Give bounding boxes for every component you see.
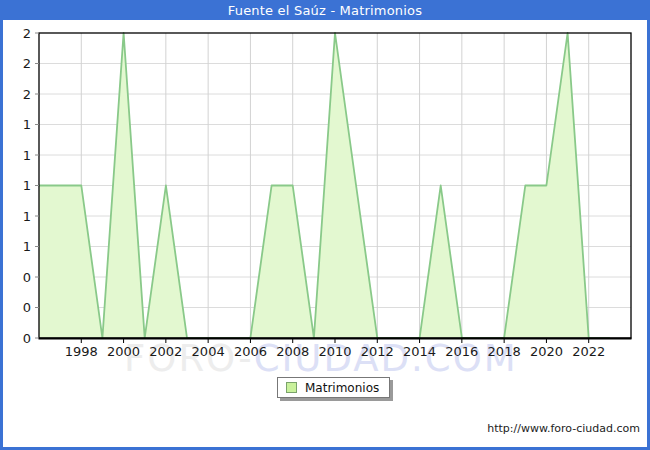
y-tick-label: 1 — [23, 117, 31, 132]
x-tick-label: 2018 — [488, 344, 521, 359]
x-tick-label: 2010 — [318, 344, 351, 359]
y-tick-label: 1 — [23, 178, 31, 193]
x-tick-label: 2006 — [234, 344, 267, 359]
y-tick-label: 1 — [23, 148, 31, 163]
y-tick-label: 0 — [23, 300, 31, 315]
x-tick-label: 2000 — [107, 344, 140, 359]
x-tick-label: 2002 — [149, 344, 182, 359]
x-tick-label: 2008 — [276, 344, 309, 359]
source-url: http://www.foro-ciudad.com — [487, 422, 640, 435]
x-tick-label: 1998 — [65, 344, 98, 359]
x-tick-label: 2012 — [361, 344, 394, 359]
chart-window: Fuente el Saúz - Matrimonios FORO-CIUDAD… — [0, 0, 650, 450]
x-tick-label: 2014 — [403, 344, 436, 359]
x-tick-label: 2020 — [530, 344, 563, 359]
x-tick-label: 2004 — [192, 344, 225, 359]
y-tick-label: 2 — [23, 87, 31, 102]
y-tick-label: 2 — [23, 26, 31, 41]
x-tick-label: 2016 — [445, 344, 478, 359]
x-tick-label: 2022 — [572, 344, 605, 359]
legend-swatch-icon — [286, 382, 297, 393]
legend-box: Matrimonios — [277, 377, 390, 398]
y-tick-label: 1 — [23, 209, 31, 224]
y-tick-label: 2 — [23, 56, 31, 71]
y-tick-label: 1 — [23, 239, 31, 254]
legend-label: Matrimonios — [305, 381, 379, 395]
x-axis-labels: 1998200020022004200620082010201220142016… — [65, 339, 606, 359]
y-axis-labels: 22211111000 — [23, 26, 39, 346]
y-tick-label: 0 — [23, 270, 31, 285]
y-tick-label: 0 — [23, 331, 31, 346]
